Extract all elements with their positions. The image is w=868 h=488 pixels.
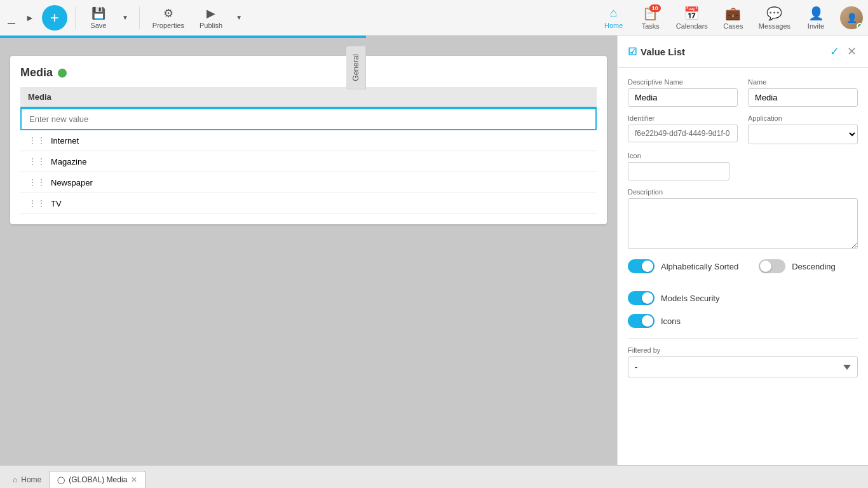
status-dot: [58, 69, 67, 78]
list-item[interactable]: ⋮⋮ Newspaper: [20, 172, 597, 193]
item-internet: Internet: [51, 136, 79, 146]
icons-label: Icons: [661, 316, 681, 326]
list-item[interactable]: ⋮⋮ TV: [20, 193, 597, 214]
alphabetically-sorted-toggle[interactable]: [628, 259, 654, 273]
identifier-group: Identifier: [628, 114, 738, 144]
save-dropdown-icon: ▼: [122, 14, 128, 21]
description-textarea[interactable]: [628, 198, 858, 249]
toggle-knob-icons: [642, 315, 653, 327]
name-group: Name: [748, 78, 858, 107]
list-header: Media: [20, 87, 597, 108]
toolbar-left: ⎯ ► + 💾 Save ▼ ⚙ Properties ▶ Publish ▼: [5, 4, 245, 32]
panel-title: ☑ Value List: [628, 46, 685, 58]
filtered-by-group: Filtered by -: [628, 346, 858, 377]
nav-home[interactable]: ⌂ Home: [596, 3, 632, 32]
descending-label: Descending: [792, 262, 836, 271]
filtered-by-select-wrapper: -: [628, 356, 858, 377]
home-tab-label: Home: [21, 475, 41, 484]
media-card: Media Media ⋮⋮ Internet ⋮⋮ Magazine ⋮⋮ N…: [10, 56, 607, 224]
close-panel-button[interactable]: ✕: [846, 43, 858, 60]
descending-toggle[interactable]: [759, 259, 785, 273]
models-security-row: Models Security: [628, 291, 858, 305]
general-tab[interactable]: General: [346, 46, 366, 90]
application-label: Application: [748, 114, 858, 122]
right-nav: ⌂ Home 📋 10 Tasks 📅 Calendars 💼 Cases 💬 …: [596, 3, 863, 32]
sort-row: Alphabetically Sorted Descending: [628, 259, 858, 282]
description-group: Description: [628, 188, 858, 249]
online-indicator: [857, 23, 863, 29]
tab-home[interactable]: ⌂ Home: [5, 471, 49, 488]
messages-label: Messages: [759, 22, 790, 30]
home-icon: ⌂: [610, 6, 618, 20]
alphabetically-sorted-label: Alphabetically Sorted: [661, 262, 738, 271]
descriptive-name-label: Descriptive Name: [628, 78, 738, 86]
tab-label: (GLOBAL) Media: [69, 475, 127, 484]
save-icon: 💾: [92, 6, 105, 20]
invite-label: Invite: [808, 22, 824, 30]
bottom-tabs: ⌂ Home ◯ (GLOBAL) Media ✕: [0, 465, 868, 488]
toggle-knob-descending: [760, 261, 771, 272]
list-item[interactable]: ⋮⋮ Magazine: [20, 151, 597, 172]
list-item[interactable]: ⋮⋮ Internet: [20, 130, 597, 151]
general-tab-wrapper: General: [346, 46, 366, 90]
user-avatar[interactable]: 👤: [840, 6, 863, 29]
properties-button[interactable]: ⚙ Properties: [147, 4, 189, 32]
descending-row: Descending: [759, 259, 836, 273]
calendars-icon: 📅: [684, 6, 700, 21]
identifier-label: Identifier: [628, 114, 738, 122]
cases-label: Cases: [723, 22, 743, 30]
descriptive-name-group: Descriptive Name: [628, 78, 738, 107]
icons-toggle[interactable]: [628, 314, 654, 328]
new-value-input[interactable]: [20, 108, 597, 130]
properties-icon: ⚙: [163, 6, 173, 20]
nav-cases[interactable]: 💼 Cases: [715, 3, 751, 32]
drag-handle-tv: ⋮⋮: [28, 198, 46, 208]
nav-invite[interactable]: 👤 Invite: [798, 3, 834, 32]
publish-button[interactable]: ▶ Publish: [194, 4, 227, 32]
models-security-label: Models Security: [661, 294, 719, 303]
publish-dropdown-icon: ▼: [236, 14, 242, 21]
models-security-toggle[interactable]: [628, 291, 654, 305]
section-divider: [628, 338, 858, 339]
panel-header: ☑ Value List ✓ ✕: [618, 36, 868, 68]
publish-dropdown[interactable]: ▼: [233, 11, 245, 24]
forward-icon[interactable]: ►: [23, 10, 37, 25]
messages-icon: 💬: [766, 6, 782, 21]
confirm-button[interactable]: ✓: [829, 43, 841, 60]
toggle-knob-models: [642, 292, 653, 304]
item-newspaper: Newspaper: [51, 178, 93, 187]
nav-tasks[interactable]: 📋 10 Tasks: [633, 3, 668, 32]
right-panel: ☑ Value List ✓ ✕ Descriptive Name Name: [617, 36, 868, 465]
save-dropdown[interactable]: ▼: [119, 11, 132, 24]
alphabetically-sorted-row: Alphabetically Sorted: [628, 259, 738, 273]
save-button[interactable]: 💾 Save: [83, 4, 114, 32]
name-label: Name: [748, 78, 858, 86]
tab-close-button[interactable]: ✕: [131, 475, 137, 484]
nav-messages[interactable]: 💬 Messages: [752, 3, 797, 32]
panel-title-text: Value List: [641, 46, 685, 57]
tab-icon: ◯: [57, 476, 65, 484]
home-tab-icon: ⌂: [13, 475, 17, 484]
back-icon[interactable]: ⎯: [5, 8, 18, 27]
drag-handle-magazine: ⋮⋮: [28, 156, 46, 166]
add-button[interactable]: +: [42, 5, 67, 30]
toolbar: ⎯ ► + 💾 Save ▼ ⚙ Properties ▶ Publish ▼ …: [0, 0, 868, 36]
media-card-title: Media: [20, 66, 53, 79]
icon-input[interactable]: [628, 162, 729, 180]
properties-label: Properties: [153, 22, 184, 29]
application-select[interactable]: [748, 125, 858, 144]
application-group: Application: [748, 114, 858, 144]
separator-2: [139, 6, 140, 29]
left-panel: Media Media ⋮⋮ Internet ⋮⋮ Magazine ⋮⋮ N…: [0, 36, 617, 465]
nav-calendars[interactable]: 📅 Calendars: [670, 3, 714, 32]
panel-content: Descriptive Name Name Identifier Applica…: [618, 68, 868, 465]
drag-handle-internet: ⋮⋮: [28, 135, 46, 146]
descriptive-name-input[interactable]: [628, 88, 738, 107]
filtered-by-label: Filtered by: [628, 346, 858, 354]
icons-row: Icons: [628, 314, 858, 328]
calendars-label: Calendars: [676, 22, 708, 30]
identifier-input[interactable]: [628, 125, 738, 142]
tab-global-media[interactable]: ◯ (GLOBAL) Media ✕: [49, 471, 146, 488]
name-input[interactable]: [748, 88, 858, 107]
filtered-by-select[interactable]: -: [628, 356, 858, 377]
